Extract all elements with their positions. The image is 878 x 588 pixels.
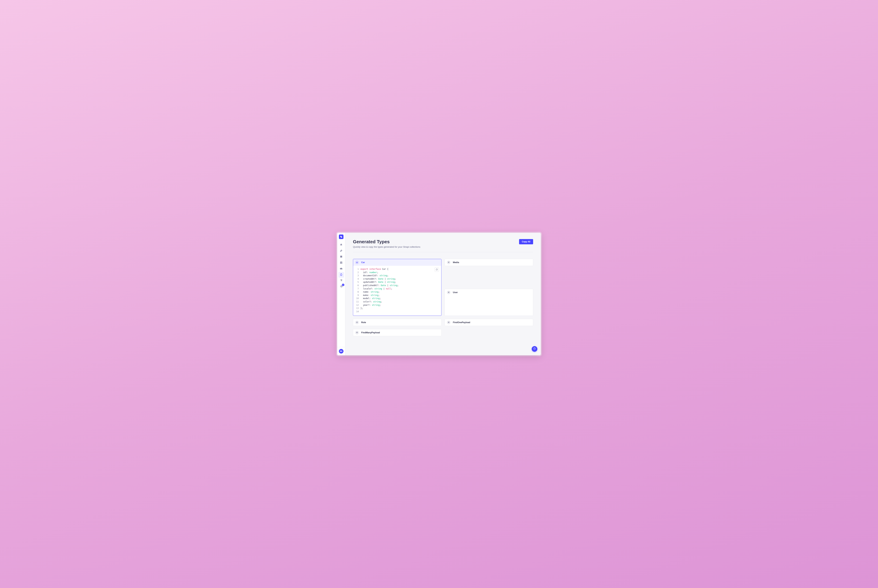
panel-header-findonepayload[interactable]: FindOnePayload xyxy=(445,319,533,326)
panel-user: User xyxy=(444,289,533,316)
sidebar: 1 BB xyxy=(337,233,345,355)
panel-header-findmanypayload[interactable]: FindManyPayload xyxy=(353,329,441,336)
panel-title-role: Role xyxy=(361,321,366,324)
panel-title-car: Car xyxy=(361,261,365,264)
panel-body-car: 1234567891011121314 export interface Car… xyxy=(353,266,441,316)
panel-header-media[interactable]: Media xyxy=(445,259,533,266)
page-subtitle: Quickly view & copy the types generated … xyxy=(353,246,420,248)
layout-icon xyxy=(340,261,342,265)
chevron-up-icon xyxy=(355,261,359,264)
panel-header-car[interactable]: Car xyxy=(353,259,441,266)
leaf-icon xyxy=(340,273,342,277)
panel-findonepayload: FindOnePayload xyxy=(444,319,533,326)
panel-media: Media xyxy=(444,259,533,266)
question-icon xyxy=(533,347,536,351)
nav-marketplace[interactable] xyxy=(338,278,344,284)
nav-plugin-types[interactable] xyxy=(338,272,344,278)
nav-content[interactable] xyxy=(338,248,344,254)
chevron-down-icon xyxy=(447,261,450,264)
header-divider xyxy=(353,252,533,252)
chevron-down-icon xyxy=(447,291,450,294)
panel-findmanypayload: FindManyPayload xyxy=(353,329,441,336)
code-block-car: 1234567891011121314 export interface Car… xyxy=(356,267,439,313)
nav-builder[interactable] xyxy=(338,260,344,266)
chevron-down-icon xyxy=(447,321,450,324)
nav-cloud[interactable] xyxy=(338,266,344,272)
copy-button-car[interactable] xyxy=(435,267,439,272)
panel-header-user[interactable]: User xyxy=(445,289,533,296)
nav-settings[interactable]: 1 xyxy=(338,284,344,290)
user-avatar[interactable]: BB xyxy=(339,349,344,354)
cloud-icon xyxy=(340,267,342,271)
home-icon xyxy=(340,243,342,247)
page-title: Generated Types xyxy=(353,239,420,244)
app-window: 1 BB Generated Types Quickly view & copy… xyxy=(337,233,541,355)
panel-header-role[interactable]: Role xyxy=(353,319,441,326)
svg-rect-1 xyxy=(436,269,437,270)
copy-all-button[interactable]: Copy All xyxy=(519,239,533,244)
panel-title-media: Media xyxy=(453,261,459,264)
nav-home[interactable] xyxy=(338,242,344,248)
sidebar-footer: BB xyxy=(337,347,345,355)
settings-badge: 1 xyxy=(342,284,344,286)
cart-icon xyxy=(340,279,342,283)
strapi-logo[interactable] xyxy=(339,234,344,239)
panel-car: Car 1234567891011121314 export interface… xyxy=(353,259,441,316)
panels-grid: Car 1234567891011121314 export interface… xyxy=(353,259,533,336)
clipboard-icon xyxy=(436,268,438,271)
pen-icon xyxy=(340,249,342,253)
panel-role: Role xyxy=(353,319,441,326)
nav-media[interactable] xyxy=(338,254,344,260)
chevron-down-icon xyxy=(355,331,359,334)
panel-title-user: User xyxy=(453,291,458,294)
chevron-down-icon xyxy=(355,321,359,324)
main-content: Generated Types Quickly view & copy the … xyxy=(345,233,541,355)
panel-title-findonepayload: FindOnePayload xyxy=(453,321,470,324)
help-button[interactable] xyxy=(532,346,537,352)
image-icon xyxy=(340,255,342,259)
panel-title-findmanypayload: FindManyPayload xyxy=(361,332,380,334)
